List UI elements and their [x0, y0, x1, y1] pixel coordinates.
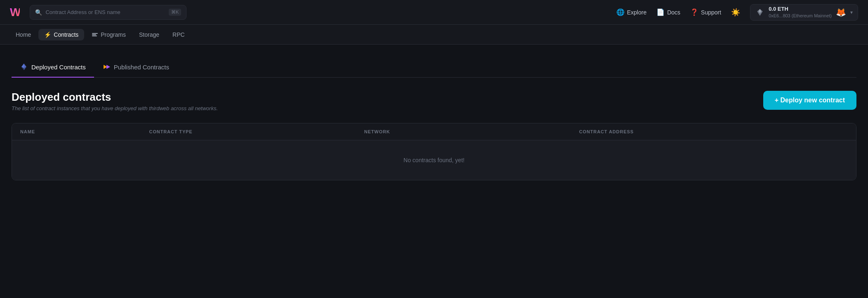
subnav-item-contracts[interactable]: ⚡ Contracts — [38, 29, 84, 40]
tab-published-label: Published Contracts — [114, 64, 169, 71]
svg-rect-2 — [92, 33, 98, 34]
docs-link[interactable]: 📄 Docs — [656, 8, 680, 16]
chevron-down-icon: ▾ — [850, 9, 853, 15]
subnav: Home ⚡ Contracts Programs Storage RPC — [0, 25, 868, 45]
topbar-right: 🌐 Explore 📄 Docs ❓ Support ☀️ 0.0 ETH 0x… — [616, 4, 858, 21]
col-header-contract-type: CONTRACT TYPE — [149, 129, 364, 134]
col-header-name: NAME — [20, 129, 149, 134]
support-link[interactable]: ❓ Support — [690, 8, 721, 16]
contract-tabs: Deployed Contracts Published Contracts — [12, 58, 856, 78]
page-title: Deployed contracts — [12, 91, 218, 104]
logo-text: W — [10, 7, 20, 18]
main-content: Deployed Contracts Published Contracts D… — [0, 45, 868, 194]
subnav-home-label: Home — [16, 31, 31, 38]
col-header-network: NETWORK — [364, 129, 579, 134]
explore-label: Explore — [627, 9, 646, 16]
contracts-bolt-icon: ⚡ — [44, 31, 51, 38]
tab-deployed-label: Deployed Contracts — [31, 64, 86, 71]
empty-message: No contracts found, yet! — [403, 157, 465, 163]
theme-toggle[interactable]: ☀️ — [731, 8, 740, 17]
subnav-item-rpc[interactable]: RPC — [167, 29, 191, 40]
col-header-address: CONTRACT ADDRESS — [579, 129, 848, 134]
doc-icon: 📄 — [656, 8, 665, 16]
page-header: Deployed contracts The list of contract … — [12, 91, 856, 111]
subnav-item-home[interactable]: Home — [10, 29, 37, 40]
explore-link[interactable]: 🌐 Explore — [616, 8, 646, 16]
wallet-address: 0xE6...803 (Ethereum Mainnet) — [769, 13, 832, 19]
subnav-storage-label: Storage — [139, 31, 159, 38]
docs-label: Docs — [667, 9, 680, 16]
logo[interactable]: W — [10, 7, 20, 18]
table-empty-state: No contracts found, yet! — [12, 140, 856, 180]
search-placeholder-text: Contract Address or ENS name — [45, 9, 120, 15]
globe-icon: 🌐 — [616, 8, 625, 16]
tab-deployed[interactable]: Deployed Contracts — [12, 58, 94, 78]
search-shortcut: ⌘K — [169, 9, 181, 16]
programs-icon — [92, 31, 98, 38]
support-label: Support — [701, 9, 721, 16]
svg-marker-10 — [106, 65, 110, 69]
page-title-block: Deployed contracts The list of contract … — [12, 91, 218, 111]
search-bar[interactable]: 🔍 Contract Address or ENS name ⌘K — [30, 5, 186, 20]
thirdweb-diamond-icon — [755, 8, 764, 17]
table-header: NAME CONTRACT TYPE NETWORK CONTRACT ADDR… — [12, 123, 856, 140]
svg-rect-4 — [92, 35, 97, 36]
topbar: W 🔍 Contract Address or ENS name ⌘K 🌐 Ex… — [0, 0, 868, 25]
support-icon: ❓ — [690, 8, 698, 16]
publish-icon — [102, 63, 111, 71]
wallet-info: 0.0 ETH 0xE6...803 (Ethereum Mainnet) — [769, 6, 832, 19]
subnav-programs-label: Programs — [101, 31, 126, 38]
tab-published[interactable]: Published Contracts — [94, 58, 177, 78]
subnav-item-programs[interactable]: Programs — [86, 29, 132, 40]
svg-marker-8 — [21, 64, 24, 68]
subnav-item-storage[interactable]: Storage — [133, 29, 165, 40]
subnav-contracts-label: Contracts — [54, 31, 78, 38]
deploy-new-contract-button[interactable]: + Deploy new contract — [763, 91, 856, 110]
contracts-table: NAME CONTRACT TYPE NETWORK CONTRACT ADDR… — [12, 123, 856, 180]
metamask-icon: 🦊 — [836, 7, 846, 17]
page-subtitle: The list of contract instances that you … — [12, 105, 218, 111]
svg-rect-3 — [92, 34, 96, 35]
wallet-eth-balance: 0.0 ETH — [769, 6, 832, 13]
ethereum-icon — [20, 63, 28, 71]
search-icon: 🔍 — [35, 9, 42, 16]
subnav-rpc-label: RPC — [172, 31, 185, 38]
wallet-badge[interactable]: 0.0 ETH 0xE6...803 (Ethereum Mainnet) 🦊 … — [750, 4, 858, 21]
